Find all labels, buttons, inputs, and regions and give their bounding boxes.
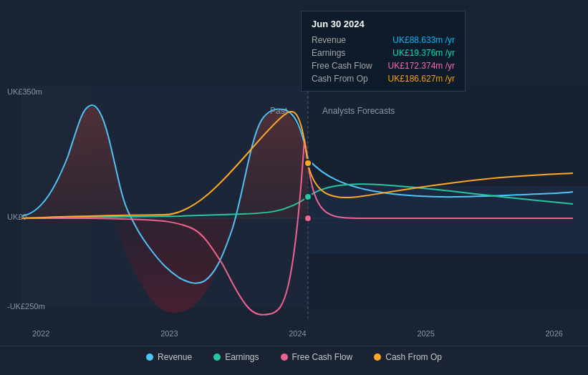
legend-dot-fcf	[281, 354, 288, 361]
legend-item-earnings: Earnings	[213, 352, 259, 362]
legend-item-cashop: Cash From Op	[374, 352, 442, 362]
section-label-past: Past	[270, 106, 287, 116]
legend-item-fcf: Free Cash Flow	[281, 352, 353, 362]
tooltip-date: Jun 30 2024	[312, 19, 455, 29]
legend: Revenue Earnings Free Cash Flow Cash Fro…	[0, 346, 588, 368]
tooltip-row-revenue: Revenue UK£88.633m /yr	[312, 35, 455, 45]
svg-point-8	[304, 215, 312, 222]
tooltip-label-revenue: Revenue	[312, 35, 346, 45]
legend-label-earnings: Earnings	[225, 352, 259, 362]
tooltip-value-cashop: UK£186.627m /yr	[388, 74, 455, 84]
x-label-2023: 2023	[160, 329, 178, 338]
tooltip-label-fcf: Free Cash Flow	[312, 61, 372, 71]
legend-dot-cashop	[374, 354, 381, 361]
legend-item-revenue: Revenue	[146, 352, 192, 362]
x-axis: 2022 2023 2024 2025 2026	[0, 329, 588, 338]
chart-svg	[0, 0, 588, 344]
x-label-2026: 2026	[546, 329, 563, 338]
section-label-analysts: Analysts Forecasts	[322, 106, 395, 116]
tooltip-row-cashop: Cash From Op UK£186.627m /yr	[312, 74, 455, 84]
tooltip-value-revenue: UK£88.633m /yr	[392, 35, 455, 45]
y-label-350: UK£350m	[7, 87, 42, 96]
tooltip: Jun 30 2024 Revenue UK£88.633m /yr Earni…	[301, 11, 466, 92]
legend-dot-revenue	[146, 354, 153, 361]
y-label-neg250: -UK£250m	[7, 302, 45, 311]
legend-label-fcf: Free Cash Flow	[292, 352, 353, 362]
tooltip-value-fcf: UK£172.374m /yr	[388, 61, 455, 71]
tooltip-value-earnings: UK£19.376m /yr	[392, 48, 455, 58]
legend-dot-earnings	[213, 354, 221, 361]
x-label-2022: 2022	[32, 329, 49, 338]
legend-label-revenue: Revenue	[158, 352, 192, 362]
svg-point-6	[304, 160, 312, 167]
x-label-2024: 2024	[289, 329, 306, 338]
tooltip-label-cashop: Cash From Op	[312, 74, 368, 84]
y-label-0: UK£0	[7, 213, 27, 221]
tooltip-label-earnings: Earnings	[312, 48, 345, 58]
chart-container: Jun 30 2024 Revenue UK£88.633m /yr Earni…	[0, 0, 588, 375]
tooltip-row-earnings: Earnings UK£19.376m /yr	[312, 48, 455, 58]
tooltip-row-fcf: Free Cash Flow UK£172.374m /yr	[312, 61, 455, 71]
x-label-2025: 2025	[417, 329, 434, 338]
legend-label-cashop: Cash From Op	[385, 352, 442, 362]
svg-point-7	[304, 193, 312, 200]
